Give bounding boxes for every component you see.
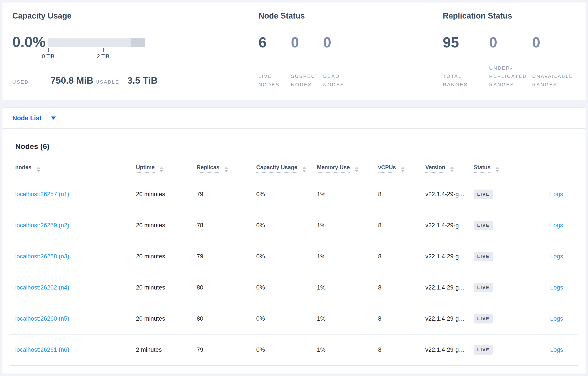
suspect-nodes-label: SUSPECT NODES [291,72,321,89]
column-header-memory-use[interactable]: Memory Use [317,164,378,172]
version-cell: v22.1.4-29-g… [425,222,474,229]
status-badge: LIVE [474,345,493,355]
capacity-used-usable-row: USED 750.8 MiB USABLE 3.5 TiB [12,75,158,86]
capacity-axis-tick [131,48,131,52]
capacity-usage-bar [48,38,145,47]
column-header-nodes[interactable]: nodes [15,164,136,172]
replicas-cell: 78 [197,222,256,229]
replicas-cell: 79 [197,191,256,198]
table-row: localhost:26257 (n1) 20 minutes 79 0% 1%… [10,179,578,210]
usable-label: USABLE [95,79,127,85]
node-list-dropdown[interactable]: Node List [2,107,586,129]
status-badge: LIVE [474,221,493,230]
status-badge: LIVE [474,252,493,261]
vcpus-cell: 8 [378,284,425,291]
chevron-down-icon [51,116,56,120]
uptime-cell: 20 minutes [136,284,197,291]
under-replicated-ranges-label: UNDER-REPLICATED RANGES [489,64,533,89]
table-row: localhost:26259 (n2) 20 minutes 78 0% 1%… [10,210,578,241]
capacity-axis-label-2: 2 TiB [97,53,109,60]
version-cell: v22.1.4-29-g… [425,284,474,291]
node-list-dropdown-label[interactable]: Node List [12,115,42,122]
uptime-cell: 20 minutes [136,222,197,229]
replication-status-title: Replication Status [443,11,512,21]
under-replicated-ranges-count: 0 [489,35,497,50]
memory-use-cell: 1% [317,191,378,198]
column-header-capacity-usage[interactable]: Capacity Usage [256,164,317,172]
capacity-usage-cell: 0% [256,253,317,260]
logs-link[interactable]: Logs [550,315,563,322]
logs-link[interactable]: Logs [550,253,563,260]
sort-icon [355,167,358,172]
uptime-cell: 20 minutes [136,191,197,198]
capacity-axis-tick [48,48,49,52]
capacity-usage-cell: 0% [256,346,317,353]
suspect-nodes-count: 0 [291,35,299,50]
uptime-cell: 20 minutes [136,253,197,260]
column-header-status[interactable]: Status [474,164,527,172]
node-link[interactable]: localhost:26261 (n6) [15,346,69,353]
version-cell: v22.1.4-29-g… [425,346,474,353]
node-link[interactable]: localhost:26262 (n4) [15,284,69,291]
table-row: localhost:26262 (n4) 20 minutes 80 0% 1%… [10,272,578,303]
used-label: USED [12,79,51,85]
capacity-usage-title: Capacity Usage [12,11,72,21]
vcpus-cell: 8 [378,315,425,322]
version-cell: v22.1.4-29-g… [425,191,474,198]
uptime-cell: 20 minutes [136,315,197,322]
sort-icon [401,167,405,172]
capacity-axis-tick [76,48,76,52]
node-link[interactable]: localhost:26260 (n5) [15,315,69,322]
status-badge: LIVE [474,283,493,292]
uptime-cell: 2 minutes [136,346,197,353]
nodes-table-header: nodes Uptime Replicas Capacity Usage Mem… [10,164,578,179]
column-header-vcpus[interactable]: vCPUs [378,164,425,172]
capacity-usage-cell: 0% [256,222,317,229]
capacity-bar-reserved-segment [131,38,145,47]
table-row: localhost:26260 (n5) 20 minutes 80 0% 1%… [10,303,578,334]
column-header-version[interactable]: Version [425,164,474,172]
sort-icon [37,167,40,172]
sort-icon [302,167,306,172]
status-badge: LIVE [474,189,493,199]
capacity-usage-cell: 0% [256,284,317,291]
node-status-title: Node Status [258,11,305,21]
logs-link[interactable]: Logs [550,222,563,229]
dead-nodes-label: DEAD NODES [323,72,350,89]
vcpus-cell: 8 [378,191,425,198]
sort-icon [450,167,454,172]
live-nodes-count: 6 [258,35,267,50]
column-header-uptime[interactable]: Uptime [136,164,197,172]
sort-icon [160,167,163,172]
logs-link[interactable]: Logs [550,284,563,291]
memory-use-cell: 1% [317,222,378,229]
unavailable-ranges-count: 0 [532,35,540,50]
node-link[interactable]: localhost:26257 (n1) [15,191,69,198]
capacity-percent-value: 0.0% [12,35,45,49]
logs-link[interactable]: Logs [550,346,563,353]
total-ranges-count: 95 [443,35,459,50]
used-value: 750.8 MiB [51,75,95,86]
nodes-table-title: Nodes (6) [15,129,578,151]
live-nodes-label: LIVE NODES [258,72,285,89]
vcpus-cell: 8 [378,253,425,260]
capacity-axis-label-0: 0 TiB [42,53,54,60]
unavailable-ranges-label: UNAVAILABLE RANGES [532,72,585,89]
memory-use-cell: 1% [317,315,378,322]
column-header-replicas[interactable]: Replicas [197,164,256,172]
memory-use-cell: 1% [317,253,378,260]
version-cell: v22.1.4-29-g… [425,315,474,322]
replicas-cell: 79 [197,253,256,260]
memory-use-cell: 1% [317,346,378,353]
capacity-usage-cell: 0% [256,191,317,198]
replicas-cell: 80 [197,284,256,291]
memory-use-cell: 1% [317,284,378,291]
sort-icon [495,167,499,172]
logs-link[interactable]: Logs [550,191,563,198]
table-row: localhost:26258 (n3) 20 minutes 79 0% 1%… [10,241,578,272]
capacity-usage-cell: 0% [256,315,317,322]
node-link[interactable]: localhost:26258 (n3) [15,253,69,260]
usable-value: 3.5 TiB [127,75,158,86]
vcpus-cell: 8 [378,222,425,229]
node-link[interactable]: localhost:26259 (n2) [15,222,69,229]
